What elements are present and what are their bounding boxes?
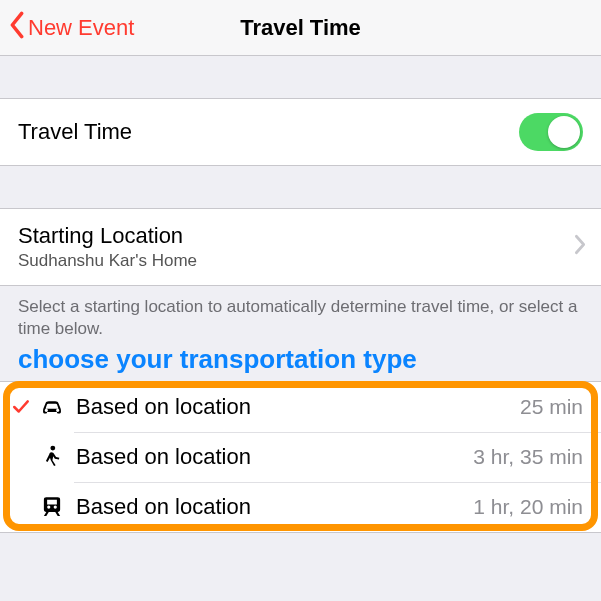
starting-location-value: Sudhanshu Kar's Home [18, 251, 565, 271]
transport-option-walk[interactable]: Based on location 3 hr, 35 min [0, 432, 601, 482]
starting-location-row[interactable]: Starting Location Sudhanshu Kar's Home [0, 209, 601, 285]
nav-bar: New Event Travel Time [0, 0, 601, 56]
transport-option-car[interactable]: Based on location 25 min [0, 382, 601, 432]
travel-time-group: Travel Time [0, 98, 601, 166]
transport-options-group: Based on location 25 min Based on locati… [0, 381, 601, 533]
walk-icon [32, 444, 72, 470]
transport-label: Based on location [76, 394, 251, 420]
travel-time-toggle[interactable] [519, 113, 583, 151]
chevron-left-icon [8, 11, 26, 45]
check-icon [10, 398, 32, 416]
travel-time-row[interactable]: Travel Time [0, 99, 601, 165]
train-icon [32, 494, 72, 520]
back-label: New Event [28, 15, 134, 41]
transport-duration: 25 min [520, 395, 583, 419]
transport-label: Based on location [76, 494, 251, 520]
transport-duration: 3 hr, 35 min [473, 445, 583, 469]
starting-location-title: Starting Location [18, 223, 565, 249]
starting-location-group: Starting Location Sudhanshu Kar's Home [0, 208, 601, 286]
transport-duration: 1 hr, 20 min [473, 495, 583, 519]
transport-option-train[interactable]: Based on location 1 hr, 20 min [0, 482, 601, 532]
transport-label: Based on location [76, 444, 251, 470]
travel-time-label: Travel Time [18, 119, 132, 145]
svg-point-0 [50, 446, 55, 451]
chevron-right-icon [573, 234, 587, 261]
footer-note: Select a starting location to automatica… [0, 286, 601, 344]
back-button[interactable]: New Event [8, 11, 134, 45]
car-icon [32, 394, 72, 420]
annotation-overlay: choose your transportation type [0, 344, 601, 381]
